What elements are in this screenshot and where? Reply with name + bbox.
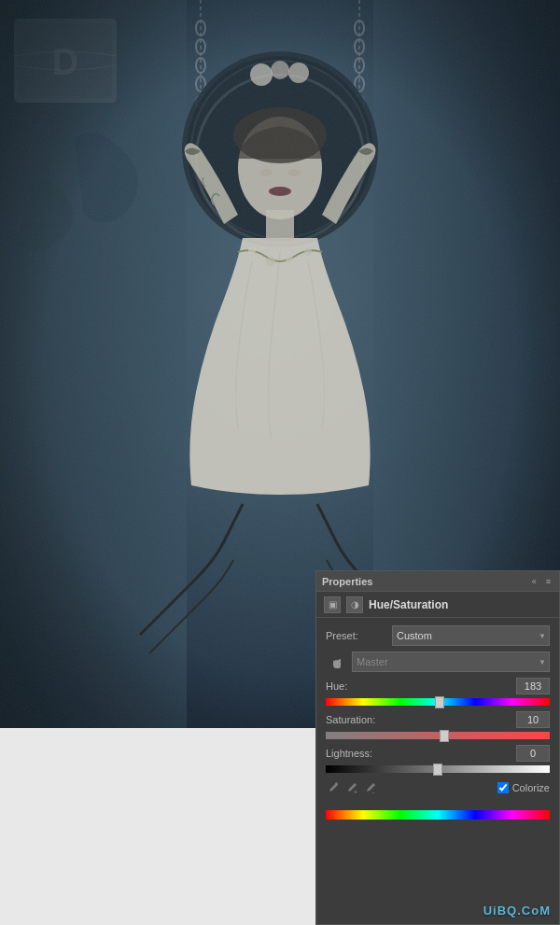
preset-row: Preset: Custom Default Cyanotype Sepia O…	[326, 625, 550, 646]
adjustment-icon-1[interactable]: ▣	[324, 596, 341, 613]
hue-slider-row: Hue: 183	[326, 678, 550, 706]
saturation-slider-row: Saturation: 10	[326, 711, 550, 739]
watermark: UiBQ.CoM	[483, 904, 551, 918]
preset-label: Preset:	[326, 630, 386, 641]
color-spectrum-bar	[326, 810, 550, 820]
lightness-slider-thumb[interactable]	[433, 764, 442, 776]
lightness-label: Lightness:	[326, 748, 386, 759]
collapse-button[interactable]: «	[529, 576, 539, 587]
saturation-slider-track[interactable]	[326, 732, 550, 739]
svg-point-37	[335, 782, 338, 785]
colorize-text: Colorize	[512, 782, 550, 793]
svg-text:+: +	[354, 789, 357, 794]
properties-panel: Properties « ≡ ▣ ◑ Hue/Saturation Preset…	[315, 570, 560, 925]
color-bar-row	[326, 803, 550, 821]
panel-header: Properties « ≡	[316, 571, 559, 592]
lightness-slider-track[interactable]	[326, 765, 550, 773]
eyedropper-sub-icon[interactable]: -	[363, 780, 378, 795]
lightness-value-input[interactable]: 0	[516, 745, 550, 762]
eyedropper-add-icon[interactable]: +	[344, 780, 359, 795]
panel-content: Preset: Custom Default Cyanotype Sepia O…	[316, 618, 559, 924]
svg-text:-: -	[372, 789, 375, 794]
lightness-label-row: Lightness: 0	[326, 745, 550, 762]
lightness-slider-row: Lightness: 0	[326, 745, 550, 773]
hand-tool-icon[interactable]	[326, 652, 346, 672]
panel-title: Properties	[322, 576, 372, 587]
channel-select[interactable]: Master Reds Yellows Greens Cyans Blues M…	[352, 652, 550, 672]
colorize-checkbox-label[interactable]: Colorize	[497, 780, 550, 795]
hue-label: Hue:	[326, 680, 386, 692]
saturation-label-row: Saturation: 10	[326, 711, 550, 728]
adjustment-layer-icon: ▣	[329, 599, 337, 610]
colorize-row: + - Colorize	[326, 778, 550, 797]
hue-sat-icon: ◑	[351, 599, 359, 610]
hue-label-row: Hue: 183	[326, 678, 550, 694]
colorize-tools: + -	[326, 780, 378, 795]
preset-select-wrapper: Custom Default Cyanotype Sepia Old Style…	[392, 625, 550, 646]
eyedropper-icon[interactable]	[326, 780, 341, 795]
hue-slider-track[interactable]	[326, 698, 550, 706]
channel-select-wrapper: Master Reds Yellows Greens Cyans Blues M…	[352, 652, 550, 672]
hue-slider-thumb[interactable]	[435, 696, 444, 708]
hue-value-input[interactable]: 183	[516, 678, 550, 694]
saturation-slider-thumb[interactable]	[440, 730, 449, 742]
bottom-white-area	[0, 728, 315, 925]
panel-subheader: ▣ ◑ Hue/Saturation	[316, 592, 559, 618]
colorize-checkbox[interactable]	[497, 782, 509, 793]
panel-header-icons: « ≡	[529, 576, 553, 587]
channel-row: Master Reds Yellows Greens Cyans Blues M…	[326, 652, 550, 672]
saturation-value-input[interactable]: 10	[516, 711, 550, 728]
panel-menu-button[interactable]: ≡	[543, 576, 553, 587]
panel-section-title: Hue/Saturation	[369, 598, 448, 611]
saturation-label: Saturation:	[326, 714, 386, 725]
preset-select[interactable]: Custom Default Cyanotype Sepia Old Style…	[392, 625, 550, 646]
adjustment-icon-2[interactable]: ◑	[346, 596, 363, 613]
